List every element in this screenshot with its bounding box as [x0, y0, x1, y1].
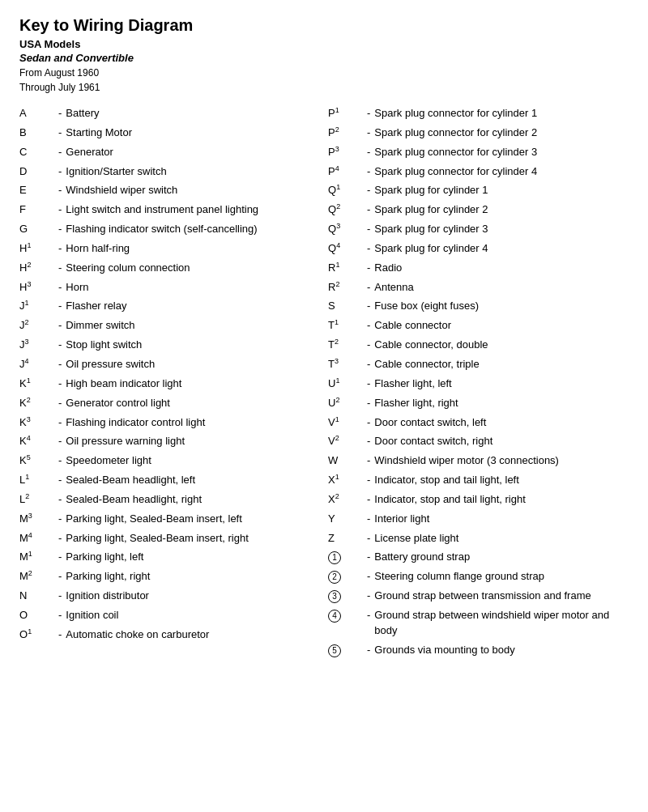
entry-value: Sealed-Beam headlight, right — [66, 492, 202, 508]
entry-key: T2 — [328, 338, 367, 353]
entry-dash: - — [367, 164, 370, 180]
entry-key: G — [19, 222, 58, 237]
entry-dash: - — [58, 376, 62, 392]
entry-dash: - — [367, 453, 370, 469]
list-item: B-Starting Motor — [19, 125, 320, 141]
entry-key: 5 — [328, 643, 367, 658]
entry-value: Battery — [66, 106, 99, 121]
entry-dash: - — [367, 589, 370, 604]
entry-dash: - — [58, 299, 62, 314]
entry-key: J3 — [19, 338, 58, 353]
entry-dash: - — [58, 261, 62, 276]
entry-key: M2 — [19, 569, 58, 585]
entry-key: O — [19, 608, 58, 623]
list-item: 3-Ground strap between transmission and … — [328, 589, 629, 604]
entry-value: Light switch and instrument panel lighti… — [66, 202, 258, 218]
entry-dash: - — [367, 338, 370, 353]
entry-dash: - — [367, 434, 370, 449]
list-item: P4-Spark plug connector for cylinder 4 — [328, 164, 629, 180]
entry-dash: - — [367, 396, 370, 411]
list-item: K4-Oil pressure warning light — [19, 434, 320, 449]
list-item: O-Ignition coil — [19, 608, 320, 623]
entry-value: Parking light, Sealed-Beam insert, right — [66, 531, 248, 546]
entry-value: Parking light, left — [66, 550, 143, 565]
entry-dash: - — [367, 106, 370, 121]
entry-key: Q4 — [328, 241, 367, 257]
entry-key: D — [19, 164, 58, 180]
entry-value: Dimmer switch — [66, 318, 134, 334]
entry-value: Flasher light, right — [374, 396, 458, 411]
entry-key: H3 — [19, 280, 58, 295]
entry-value: Horn — [66, 280, 88, 295]
entry-dash: - — [58, 164, 62, 180]
list-item: M1-Parking light, left — [19, 550, 320, 565]
entry-dash: - — [367, 357, 370, 372]
entry-value: Parking light, Sealed-Beam insert, left — [66, 512, 242, 527]
list-item: E-Windshield wiper switch — [19, 183, 320, 198]
list-item: X1-Indicator, stop and tail light, left — [328, 473, 629, 488]
list-item: S-Fuse box (eight fuses) — [328, 299, 629, 314]
entry-key: E — [19, 183, 58, 198]
list-item: N-Ignition distributor — [19, 589, 320, 604]
entry-key: Q2 — [328, 202, 367, 218]
entry-key: L1 — [19, 473, 58, 488]
entry-key: Y — [328, 512, 367, 527]
entry-value: Spark plug connector for cylinder 4 — [374, 164, 537, 180]
entry-key: 1 — [328, 550, 367, 565]
entry-key: K1 — [19, 376, 58, 392]
entry-key: P4 — [328, 164, 367, 180]
entry-key: Q1 — [328, 183, 367, 198]
entry-key: U1 — [328, 376, 367, 392]
entry-dash: - — [58, 492, 62, 508]
entry-value: Flasher relay — [66, 299, 126, 314]
list-item: P1-Spark plug connector for cylinder 1 — [328, 106, 629, 121]
entry-dash: - — [58, 145, 62, 160]
circle-icon: 3 — [328, 590, 341, 603]
entry-key: J4 — [19, 357, 58, 372]
left-column: A-BatteryB-Starting MotorC-GeneratorD-Ig… — [19, 106, 320, 661]
key-columns: A-BatteryB-Starting MotorC-GeneratorD-Ig… — [19, 106, 629, 661]
entry-key: P1 — [328, 106, 367, 121]
entry-key: A — [19, 106, 58, 121]
list-item: O1-Automatic choke on carburetor — [19, 627, 320, 643]
entry-dash: - — [58, 202, 62, 218]
entry-dash: - — [367, 125, 370, 141]
entry-value: Door contact switch, right — [374, 434, 492, 449]
entry-key: P2 — [328, 125, 367, 141]
entry-key: M3 — [19, 512, 58, 527]
entry-value: Steering column flange ground strap — [374, 569, 544, 585]
date2: Through July 1961 — [19, 80, 629, 95]
entry-dash: - — [58, 318, 62, 334]
list-item: J2-Dimmer switch — [19, 318, 320, 334]
entry-value: Flashing indicator switch (self-cancelli… — [66, 222, 257, 237]
entry-dash: - — [367, 222, 370, 237]
list-item: Y-Interior light — [328, 512, 629, 527]
entry-key: M1 — [19, 550, 58, 565]
entry-dash: - — [58, 222, 62, 237]
circle-icon: 5 — [328, 644, 341, 657]
entry-key: Q3 — [328, 222, 367, 237]
entry-dash: - — [367, 415, 370, 431]
circle-icon: 1 — [328, 551, 341, 564]
entry-value: Antenna — [374, 280, 413, 295]
entry-dash: - — [58, 396, 62, 411]
list-item: K1-High beam indicator light — [19, 376, 320, 392]
entry-value: Stop light switch — [66, 338, 142, 353]
list-item: L2-Sealed-Beam headlight, right — [19, 492, 320, 508]
list-item: K5-Speedometer light — [19, 453, 320, 469]
entry-dash: - — [367, 608, 370, 623]
list-item: J4-Oil pressure switch — [19, 357, 320, 372]
list-item: H1-Horn half-ring — [19, 241, 320, 257]
list-item: H3-Horn — [19, 280, 320, 295]
entry-key: 2 — [328, 569, 367, 585]
list-item: P2-Spark plug connector for cylinder 2 — [328, 125, 629, 141]
entry-value: Spark plug connector for cylinder 3 — [374, 145, 537, 160]
entry-value: Ground strap between transmission and fr… — [374, 589, 590, 604]
entry-dash: - — [367, 376, 370, 392]
entry-dash: - — [367, 531, 370, 546]
entry-dash: - — [58, 531, 62, 546]
entry-key: S — [328, 299, 367, 314]
entry-value: Indicator, stop and tail light, right — [374, 492, 525, 508]
entry-dash: - — [367, 183, 370, 198]
entry-key: C — [19, 145, 58, 160]
